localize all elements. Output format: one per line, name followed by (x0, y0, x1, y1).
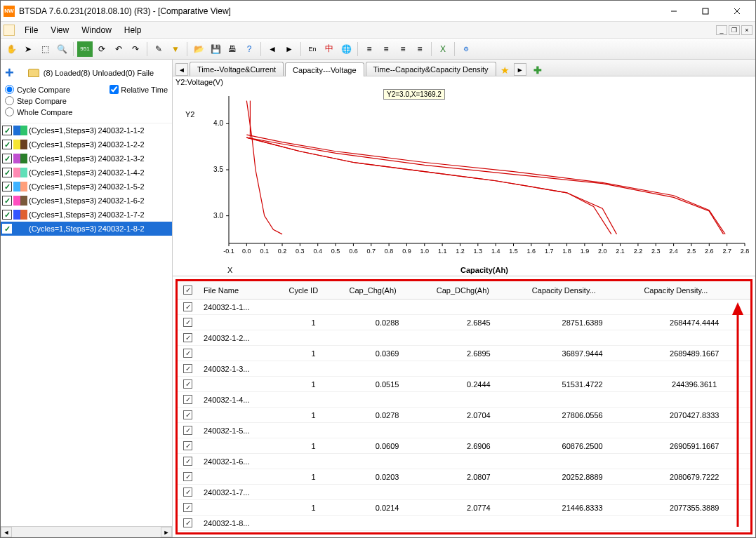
table-row[interactable]: ✓ 1 0.0609 2.6906 60876.2500 2690591.166… (178, 438, 750, 454)
chart-area[interactable]: Y2:Voltage(V) Y2 X Capacity(Ah) Y2=3.0,X… (173, 76, 755, 276)
row-checkbox[interactable]: ✓ (183, 426, 192, 435)
close-button[interactable] (721, 1, 752, 21)
menu-file[interactable]: File (19, 24, 44, 36)
file-checkbox[interactable]: ✓ (2, 154, 12, 163)
table-row[interactable]: ✓ 240032-1-8... (178, 516, 750, 531)
align-center-icon[interactable]: ≡ (378, 41, 394, 57)
minimize-button[interactable] (658, 1, 689, 21)
tab-time-capacity-density[interactable]: Time--Capacity&Capacity Density (366, 62, 496, 76)
pointer-tool-icon[interactable]: ➤ (20, 41, 36, 57)
row-checkbox[interactable]: ✓ (183, 503, 192, 512)
row-checkbox[interactable]: ✓ (183, 364, 192, 373)
table-row[interactable]: ✓ 240032-1-3... (178, 361, 750, 377)
table-header[interactable]: Cap_Chg(Ah) (343, 281, 430, 300)
sidebar-hscroll[interactable]: ◄ ► (1, 526, 172, 537)
table-row[interactable]: ✓ 240032-1-6... (178, 454, 750, 469)
mdi-restore-button[interactable]: ❐ (729, 25, 740, 35)
row-checkbox[interactable]: ✓ (183, 518, 192, 527)
tab-next-button[interactable]: ► (514, 63, 526, 76)
table-row[interactable]: ✓ 1 0.0278 2.0704 27806.0556 2070427.833… (178, 408, 750, 423)
table-row[interactable]: ✓ 240032-1-7... (178, 485, 750, 500)
row-checkbox[interactable]: ✓ (183, 379, 192, 389)
table-header[interactable]: Cap_DChg(Ah) (431, 281, 526, 300)
table-row[interactable]: ✓ 1 0.0515 0.2444 51531.4722 244396.3611 (178, 377, 750, 392)
mdi-minimize-button[interactable]: _ (716, 25, 727, 35)
excel-export-icon[interactable]: X (435, 41, 451, 57)
justify-icon[interactable]: ≡ (412, 41, 427, 57)
row-checkbox[interactable]: ✓ (183, 410, 192, 419)
refresh-icon[interactable]: ⟳ (94, 41, 110, 57)
file-checkbox[interactable]: ✓ (2, 182, 12, 191)
print-icon[interactable]: 🖶 (225, 41, 240, 57)
row-checkbox[interactable]: ✓ (183, 302, 192, 311)
next-icon[interactable]: ► (281, 41, 297, 57)
add-tab-button[interactable]: ✚ (533, 65, 542, 76)
table-row[interactable]: ✓ 1 0.0214 2.0774 21446.8333 2077355.388… (178, 500, 750, 516)
table-header[interactable]: Capacity Density... (526, 281, 639, 300)
row-checkbox[interactable]: ✓ (183, 487, 192, 497)
tab-prev-button[interactable]: ◄ (175, 63, 188, 76)
favorite-tab-icon[interactable]: ★ (500, 65, 510, 76)
file-checkbox[interactable]: ✓ (2, 126, 12, 135)
pen-tool-icon[interactable]: ✎ (151, 41, 166, 57)
en-lang-icon[interactable]: En (305, 41, 320, 57)
file-list-item[interactable]: ✓ (Cycles=1,Steps=3) 240032-1-5-2 (1, 180, 172, 194)
file-checkbox[interactable]: ✓ (2, 210, 12, 220)
settings-icon[interactable]: ⚙ (458, 41, 474, 57)
tab-time-voltage-current[interactable]: Time--Voltage&Current (190, 62, 284, 76)
hand-tool-icon[interactable]: ✋ (4, 41, 19, 57)
mdi-close-button[interactable]: × (741, 25, 752, 35)
table-header[interactable]: File Name (198, 281, 284, 300)
table-header[interactable]: Capacity Density... (638, 281, 750, 300)
add-file-button[interactable]: + (5, 64, 14, 82)
zoom-area-icon[interactable]: ⬚ (37, 41, 53, 57)
open-icon[interactable]: 📂 (191, 41, 206, 57)
row-checkbox[interactable]: ✓ (183, 441, 192, 450)
file-checkbox[interactable]: ✓ (2, 168, 12, 177)
file-list-item[interactable]: ✓ (Cycles=1,Steps=3) 240032-1-2-2 (1, 137, 172, 152)
save-icon[interactable]: 💾 (208, 41, 223, 57)
menu-window[interactable]: Window (76, 24, 117, 36)
maximize-button[interactable] (689, 1, 721, 21)
file-checkbox[interactable]: ✓ (2, 196, 12, 206)
row-checkbox[interactable]: ✓ (183, 395, 192, 404)
menu-view[interactable]: View (45, 24, 74, 36)
menu-help[interactable]: Help (119, 24, 147, 36)
file-list-item[interactable]: ✓ (Cycles=1,Steps=3) 240032-1-1-2 (1, 123, 172, 137)
help-icon[interactable]: ? (241, 41, 257, 57)
whole-compare-radio[interactable] (5, 107, 14, 116)
table-row[interactable]: ✓ 240032-1-1... (178, 300, 750, 315)
file-list-item[interactable]: ✓ (Cycles=1,Steps=3) 240032-1-6-2 (1, 194, 172, 208)
row-checkbox[interactable]: ✓ (183, 472, 192, 481)
file-list-item[interactable]: ✓ (Cycles=1,Steps=3) 240032-1-8-2 (1, 222, 172, 236)
table-row[interactable]: ✓ 240032-1-2... (178, 330, 750, 346)
row-checkbox[interactable]: ✓ (183, 318, 192, 327)
relative-time-checkbox[interactable] (110, 85, 119, 94)
row-checkbox[interactable]: ✓ (183, 333, 192, 342)
scroll-left-icon[interactable]: ◄ (1, 527, 12, 537)
file-list-item[interactable]: ✓ (Cycles=1,Steps=3) 240032-1-4-2 (1, 166, 172, 180)
file-list-item[interactable]: ✓ (Cycles=1,Steps=3) 240032-1-3-2 (1, 152, 172, 166)
table-row[interactable]: ✓ 1 0.0203 2.0807 20252.8889 2080679.722… (178, 469, 750, 485)
step-compare-radio[interactable] (5, 96, 14, 105)
table-check-all[interactable]: ✓ (183, 285, 192, 295)
filter-icon[interactable]: ▼ (168, 41, 183, 57)
tab-capacity-voltage[interactable]: Capacity---Voltage (285, 62, 364, 76)
table-row[interactable]: ✓ 240032-1-4... (178, 392, 750, 408)
table-row[interactable]: ✓ 240032-1-5... (178, 423, 750, 438)
cn-lang-icon[interactable]: 中 (321, 41, 337, 57)
zoom-icon[interactable]: 🔍 (54, 41, 69, 57)
scroll-right-icon[interactable]: ► (161, 527, 172, 537)
align-left-icon[interactable]: ≡ (362, 41, 377, 57)
file-checkbox[interactable]: ✓ (2, 140, 12, 149)
cycle-compare-radio[interactable] (5, 85, 14, 94)
prev-icon[interactable]: ◄ (265, 41, 280, 57)
undo-icon[interactable]: ↶ (111, 41, 126, 57)
row-checkbox[interactable]: ✓ (183, 457, 192, 466)
table-row[interactable]: ✓ 1 0.0288 2.6845 28751.6389 2684474.444… (178, 315, 750, 330)
file-list-item[interactable]: ✓ (Cycles=1,Steps=3) 240032-1-7-2 (1, 208, 172, 222)
data-view-icon[interactable]: 951 (77, 41, 93, 57)
file-checkbox[interactable]: ✓ (2, 224, 12, 234)
redo-icon[interactable]: ↷ (128, 41, 143, 57)
row-checkbox[interactable]: ✓ (183, 349, 192, 358)
